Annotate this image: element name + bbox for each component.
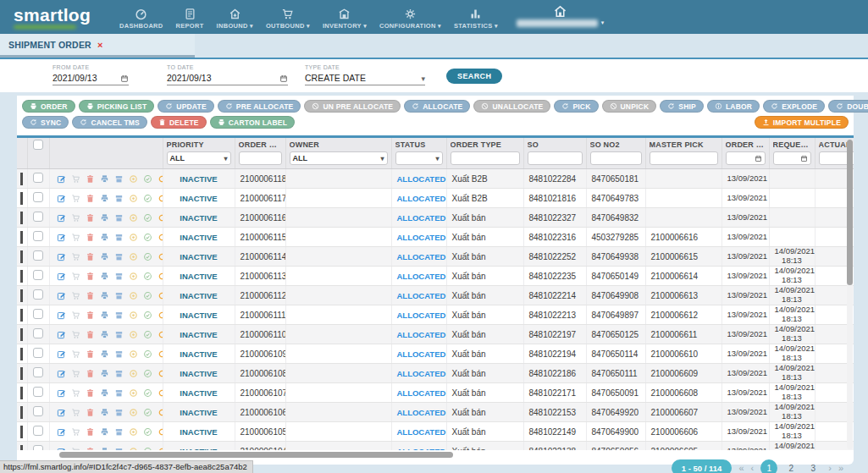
- nav-item-outbound[interactable]: OUTBOUND ▾: [266, 8, 310, 30]
- sync-icon[interactable]: [158, 252, 163, 261]
- import-multiple-button[interactable]: IMPORT MULTIPLE: [755, 116, 849, 129]
- order-button[interactable]: ORDER: [22, 100, 75, 113]
- cart-icon[interactable]: [71, 447, 80, 451]
- confirm-check-icon[interactable]: [143, 233, 152, 242]
- delete-icon[interactable]: [86, 330, 95, 339]
- allocate-circle-icon[interactable]: [129, 447, 138, 451]
- confirm-check-icon[interactable]: [143, 213, 152, 223]
- table-row[interactable]: INACTIVE2100006106ALLOCATEDXuất bán84810…: [17, 403, 854, 422]
- pre-allocate-button[interactable]: PRE ALLOCATE: [218, 100, 301, 113]
- confirm-check-icon[interactable]: [143, 311, 152, 320]
- delete-icon[interactable]: [86, 369, 95, 378]
- row-checkbox[interactable]: [33, 270, 43, 280]
- confirm-check-icon[interactable]: [143, 272, 152, 281]
- row-checkbox[interactable]: [33, 426, 43, 436]
- sync-icon[interactable]: [158, 233, 163, 242]
- row-checkbox[interactable]: [33, 348, 43, 358]
- confirm-check-icon[interactable]: [143, 369, 152, 378]
- allocate-circle-icon[interactable]: [129, 311, 138, 320]
- delete-icon[interactable]: [86, 408, 95, 417]
- boxes-icon[interactable]: [114, 194, 124, 203]
- boxes-icon[interactable]: [114, 272, 124, 281]
- allocate-circle-icon[interactable]: [129, 349, 138, 359]
- allocate-circle-icon[interactable]: [129, 252, 138, 261]
- row-checkbox[interactable]: [33, 289, 43, 300]
- master_pick-filter-input[interactable]: [650, 151, 718, 165]
- sync-icon[interactable]: [158, 174, 163, 184]
- edit-icon[interactable]: [57, 252, 66, 261]
- confirm-check-icon[interactable]: [143, 388, 152, 398]
- sync-icon[interactable]: [158, 447, 163, 451]
- so-filter-input[interactable]: [528, 151, 583, 165]
- table-row[interactable]: INACTIVE2100006109ALLOCATEDXuất bán84810…: [17, 344, 854, 364]
- status-filter-select[interactable]: ▾: [395, 151, 443, 165]
- delete-icon[interactable]: [86, 349, 95, 359]
- cart-icon[interactable]: [71, 291, 80, 300]
- allocate-button[interactable]: ALLOCATE: [404, 100, 470, 113]
- print-icon[interactable]: [100, 388, 109, 398]
- prev-page-arrow[interactable]: ‹: [751, 463, 755, 473]
- print-icon[interactable]: [100, 330, 109, 339]
- cart-icon[interactable]: [71, 388, 80, 398]
- print-icon[interactable]: [100, 349, 109, 359]
- confirm-check-icon[interactable]: [143, 447, 152, 451]
- carton-label-button[interactable]: CARTON LABEL: [210, 116, 295, 129]
- allocate-circle-icon[interactable]: [129, 213, 138, 223]
- row-checkbox[interactable]: [33, 173, 43, 183]
- nav-item-dashboard[interactable]: DASHBOARD: [119, 8, 163, 30]
- calendar-icon[interactable]: [120, 74, 129, 83]
- vertical-scrollbar[interactable]: [847, 140, 853, 449]
- cart-icon[interactable]: [71, 213, 80, 223]
- from-date-field[interactable]: FROM DATE 2021/09/13: [53, 64, 129, 85]
- nav-item-inbound[interactable]: INBOUND ▾: [217, 8, 253, 30]
- boxes-icon[interactable]: [114, 233, 124, 242]
- table-row[interactable]: INACTIVE2100006115ALLOCATEDXuất bán84810…: [17, 228, 854, 247]
- boxes-icon[interactable]: [114, 447, 124, 451]
- type-date-field[interactable]: TYPE DATE CREATE DATE ▾: [305, 64, 425, 85]
- row-checkbox[interactable]: [33, 406, 43, 416]
- confirm-check-icon[interactable]: [143, 194, 152, 203]
- cart-icon[interactable]: [71, 408, 80, 417]
- nav-item-report[interactable]: REPORT: [176, 8, 204, 30]
- cart-icon[interactable]: [71, 194, 80, 203]
- close-tab-icon[interactable]: ×: [97, 40, 102, 50]
- cart-icon[interactable]: [71, 311, 80, 320]
- boxes-icon[interactable]: [114, 330, 124, 339]
- allocate-circle-icon[interactable]: [129, 272, 138, 281]
- horizontal-scrollbar[interactable]: [17, 451, 854, 458]
- table-row[interactable]: INACTIVE2100006105ALLOCATEDXuất bán84810…: [17, 422, 854, 442]
- cart-icon[interactable]: [71, 174, 80, 184]
- next-page-arrow[interactable]: ›: [828, 463, 832, 473]
- row-checkbox[interactable]: [33, 250, 43, 261]
- delete-icon[interactable]: [86, 252, 95, 261]
- print-icon[interactable]: [100, 369, 109, 378]
- edit-icon[interactable]: [57, 174, 66, 184]
- search-button[interactable]: SEARCH: [446, 69, 502, 84]
- horizontal-scrollbar-thumb[interactable]: [59, 452, 453, 458]
- cancel-tms-button[interactable]: CANCEL TMS: [72, 116, 147, 129]
- allocate-circle-icon[interactable]: [129, 291, 138, 300]
- labor-button[interactable]: LABOR: [707, 100, 760, 113]
- page-button-1[interactable]: 1: [760, 459, 777, 473]
- sync-icon[interactable]: [158, 427, 163, 437]
- allocate-circle-icon[interactable]: [129, 233, 138, 242]
- edit-icon[interactable]: [57, 233, 66, 242]
- confirm-check-icon[interactable]: [143, 349, 152, 359]
- confirm-check-icon[interactable]: [143, 427, 152, 437]
- sync-button[interactable]: SYNC: [22, 116, 69, 129]
- delete-icon[interactable]: [86, 427, 95, 437]
- un-pre-allocate-button[interactable]: UN PRE ALLOCATE: [304, 100, 401, 113]
- sync-icon[interactable]: [158, 272, 163, 281]
- nav-item-inventory[interactable]: INVENTORY ▾: [323, 8, 367, 30]
- boxes-icon[interactable]: [114, 408, 124, 417]
- tab-shipment-order[interactable]: SHIPMENT ORDER ×: [0, 34, 195, 58]
- table-row[interactable]: INACTIVE2100006112ALLOCATEDXuất bán84810…: [17, 286, 854, 305]
- unallocate-button[interactable]: UNALLOCATE: [473, 100, 550, 113]
- confirm-check-icon[interactable]: [143, 330, 152, 339]
- sync-icon[interactable]: [158, 213, 163, 223]
- table-row[interactable]: INACTIVE2100006116ALLOCATEDXuất bán84810…: [17, 208, 854, 228]
- pick-button[interactable]: PICK: [554, 100, 598, 113]
- table-row[interactable]: INACTIVE2100006114ALLOCATEDXuất bán84810…: [17, 247, 854, 267]
- sync-icon[interactable]: [158, 291, 163, 300]
- delete-icon[interactable]: [86, 194, 95, 203]
